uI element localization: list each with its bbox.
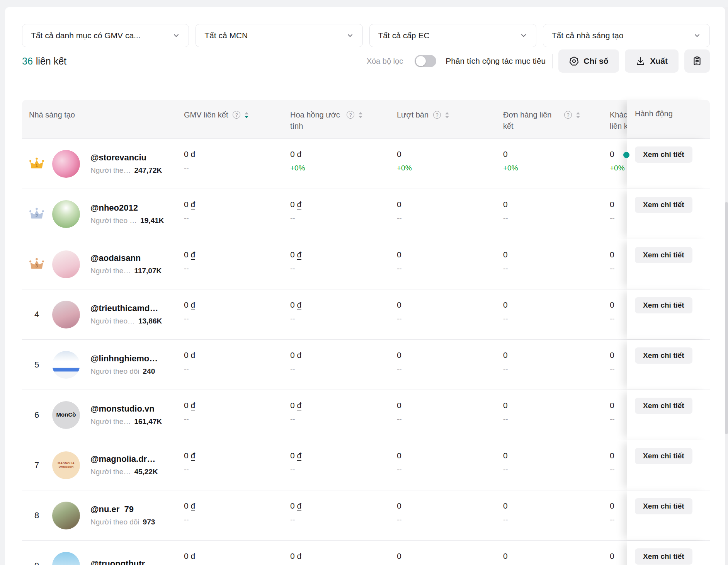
sales-cell-change: --	[397, 213, 492, 223]
column-header-4: Lượt bán?	[390, 100, 496, 138]
gmv-cell-change: --	[184, 465, 279, 475]
toolbar: 36liên kết Xóa bộ lọc Phân tích cộng tác…	[22, 49, 710, 73]
gmv-cell: 0 đ--	[177, 390, 283, 440]
gmv-cell: 0 đ--	[177, 541, 283, 565]
scrollbar-thumb[interactable]	[725, 202, 728, 434]
sales-cell: 0--	[390, 440, 496, 490]
view-details-button[interactable]: Xem chi tiết	[635, 197, 692, 213]
sort-arrows-icon[interactable]	[576, 112, 580, 118]
creator-username[interactable]: @aodaisann	[90, 253, 162, 263]
gmv-cell-change: --	[184, 264, 279, 274]
creator-name-block: @storevanciuNgười the…247,72K	[90, 153, 162, 175]
currency-dong: đ	[191, 451, 196, 461]
view-details-button[interactable]: Xem chi tiết	[635, 448, 692, 464]
column-header-label: Hành động	[635, 109, 673, 118]
orders-cell: 0--	[496, 541, 603, 565]
sort-arrows-icon[interactable]	[359, 112, 362, 118]
view-details-button[interactable]: Xem chi tiết	[635, 347, 692, 364]
creator-username[interactable]: @monstudio.vn	[90, 404, 162, 414]
orders-cell-value: 0	[503, 249, 599, 260]
filter-dropdown-1[interactable]: Tất cả danh mục có GMV ca...	[22, 24, 189, 47]
chevron-down-icon	[172, 32, 180, 39]
gmv-cell: 0 đ--	[177, 189, 283, 239]
filter-dropdown-label: Tất cả MCN	[204, 31, 248, 40]
commission-cell-change: --	[290, 364, 386, 374]
help-icon[interactable]: ?	[564, 111, 572, 119]
creator-username[interactable]: @linhnghiemo…	[90, 354, 158, 364]
currency-dong: đ	[191, 300, 196, 310]
column-header-label: Đơn hàng liên kết	[503, 109, 560, 132]
clear-filters-link[interactable]: Xóa bộ lọc	[367, 57, 403, 66]
sort-arrows-icon[interactable]	[245, 112, 248, 118]
help-icon[interactable]: ?	[233, 111, 240, 119]
chevron-down-icon	[693, 32, 701, 39]
creator-cell: 8@nu.er_79Người theo dõi973	[22, 490, 177, 540]
help-icon[interactable]: ?	[433, 111, 441, 119]
column-header-action: Hành động	[627, 100, 710, 138]
orders-cell-value: 0	[503, 300, 599, 310]
creator-name-block: @truongthutr…	[90, 559, 153, 565]
view-details-button[interactable]: Xem chi tiết	[635, 297, 692, 313]
creator-username[interactable]: @nheo2012	[90, 203, 164, 213]
target-collab-toggle-label: Phân tích cộng tác mục tiêu	[446, 56, 546, 66]
target-collab-toggle[interactable]	[415, 55, 436, 67]
table-row: 6MonCò@monstudio.vnNgười the…161,47K0 đ-…	[22, 390, 710, 440]
filter-dropdown-3[interactable]: Tất cả cấp EC	[369, 24, 536, 47]
orders-cell-value: 0	[503, 400, 599, 411]
column-header-3: Hoa hồng ước tính?	[283, 100, 390, 138]
action-cell: Xem chi tiết	[627, 490, 710, 540]
gmv-cell-change: --	[184, 364, 279, 374]
rank-number: 6	[34, 410, 39, 420]
creator-username[interactable]: @truongthutr…	[90, 559, 153, 565]
sales-cell-value: 0	[397, 400, 492, 411]
view-details-button[interactable]: Xem chi tiết	[635, 498, 692, 514]
avatar: MAGNOLIA DRESSER	[52, 451, 80, 479]
sales-cell: 0--	[390, 390, 496, 440]
creator-username[interactable]: @storevanciu	[90, 153, 162, 163]
commission-cell-value: 0 đ	[290, 249, 386, 260]
help-icon[interactable]: ?	[347, 111, 354, 119]
gmv-cell-change: --	[184, 414, 279, 424]
filter-dropdown-2[interactable]: Tất cả MCN	[196, 24, 362, 47]
follower-line: Người theo dõi973	[90, 518, 155, 526]
action-cell: Xem chi tiết	[627, 239, 710, 289]
sort-arrows-icon[interactable]	[445, 112, 449, 118]
filter-dropdown-4[interactable]: Tất cả nhà sáng tạo	[543, 24, 710, 47]
action-cell: Xem chi tiết	[627, 340, 710, 390]
view-details-button[interactable]: Xem chi tiết	[635, 146, 692, 163]
orders-cell: 0--	[496, 440, 603, 490]
action-cell: Xem chi tiết	[627, 440, 710, 490]
rank-badge: 2	[29, 208, 44, 221]
sales-cell-value: 0	[397, 551, 492, 562]
table-row: 2@nheo2012Người theo …19,41K0 đ--0 đ--0-…	[22, 189, 710, 239]
gmv-cell-change: --	[184, 213, 279, 223]
creator-username[interactable]: @trieuthicamd…	[90, 303, 162, 313]
export-button[interactable]: Xuất	[625, 49, 679, 73]
chevron-down-icon	[520, 32, 527, 39]
commission-cell-change: --	[290, 314, 386, 324]
column-header-label: Nhà sáng tạo	[29, 109, 75, 121]
creator-cell: 3@aodaisannNgười the…117,07K	[22, 239, 177, 289]
rank-badge: 4	[29, 310, 44, 320]
view-details-button[interactable]: Xem chi tiết	[635, 247, 692, 263]
view-details-button[interactable]: Xem chi tiết	[635, 398, 692, 414]
table-row: 3@aodaisannNgười the…117,07K0 đ--0 đ--0-…	[22, 239, 710, 289]
creator-cell: 5@linhnghiemo…Người theo dõi240	[22, 340, 177, 390]
creator-username[interactable]: @nu.er_79	[90, 504, 155, 514]
follower-count: 247,72K	[134, 166, 162, 175]
toolbar-divider	[552, 54, 553, 68]
gmv-cell-change: --	[184, 515, 279, 525]
metrics-button[interactable]: Chỉ số	[558, 49, 619, 73]
chevron-down-icon	[346, 32, 354, 39]
report-button[interactable]	[684, 49, 710, 73]
sales-cell-change: --	[397, 264, 492, 274]
sales-cell-value: 0	[397, 350, 492, 361]
sales-cell-value: 0	[397, 199, 492, 210]
gauge-icon	[569, 56, 579, 66]
commission-cell-value: 0 đ	[290, 551, 386, 562]
view-details-button[interactable]: Xem chi tiết	[635, 548, 692, 565]
rank-badge: 1	[29, 157, 44, 170]
follower-line: Người the…45,22K	[90, 468, 158, 476]
follower-label: Người theo dõi	[90, 367, 139, 376]
creator-username[interactable]: @magnolia.dr…	[90, 454, 158, 464]
